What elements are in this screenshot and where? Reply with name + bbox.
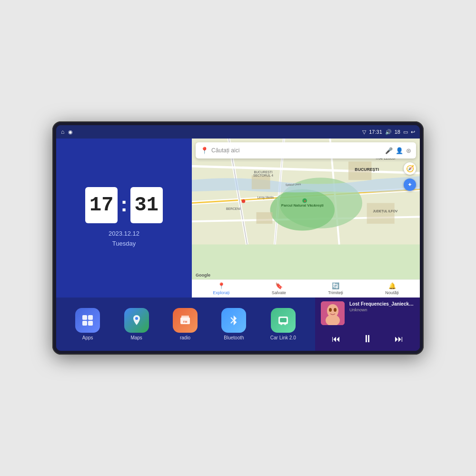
svg-rect-29 xyxy=(88,315,93,320)
main-content: 17 : 31 2023.12.12 Tuesday xyxy=(56,139,420,351)
map-account-icon[interactable]: 👤 xyxy=(396,147,403,154)
app-icon-apps[interactable]: Apps xyxy=(75,308,100,340)
svg-point-44 xyxy=(334,308,337,312)
svg-rect-37 xyxy=(280,318,287,322)
music-info: Lost Frequencies_Janieck Devy-... Unknow… xyxy=(349,301,414,312)
svg-point-27 xyxy=(242,199,246,203)
map-mic-icon[interactable]: 🎤 xyxy=(385,147,393,154)
google-logo: Google xyxy=(196,273,210,278)
svg-text:BUCUREȘTI: BUCUREȘTI xyxy=(355,167,379,172)
music-album-art xyxy=(321,301,345,325)
volume-icon: 🔊 xyxy=(385,129,392,135)
screen: ⌂ ◉ ▽ 17:31 🔊 18 ▭ ↩ 17 : xyxy=(56,125,420,351)
svg-text:Parcul Natural Văcărești: Parcul Natural Văcărești xyxy=(281,203,324,208)
clock-date: 2023.12.12 Tuesday xyxy=(109,229,139,249)
status-right-info: ▽ 17:31 🔊 18 ▭ ↩ xyxy=(362,129,415,135)
maps-status-icon[interactable]: ◉ xyxy=(68,129,73,135)
svg-point-43 xyxy=(329,308,332,312)
signal-icon: ▽ xyxy=(362,129,366,135)
battery-level: 18 xyxy=(395,129,400,135)
send-label: Trimiteți xyxy=(328,290,343,295)
car-head-unit: ⌂ ◉ ▽ 17:31 🔊 18 ▭ ↩ 17 : xyxy=(52,121,424,355)
explore-label: Explorați xyxy=(213,290,229,295)
clock-hours: 17 xyxy=(85,187,118,223)
bottom-section: Apps Maps xyxy=(56,298,420,351)
map-nav-news[interactable]: 🔔 Noutăți xyxy=(385,282,399,295)
saved-label: Salvate xyxy=(272,290,286,295)
svg-rect-30 xyxy=(82,321,87,326)
app-icon-maps[interactable]: Maps xyxy=(124,308,149,340)
top-section: 17 : 31 2023.12.12 Tuesday xyxy=(56,139,420,298)
clock-display: 17 : 31 xyxy=(85,187,163,223)
radio-icon-box: FM xyxy=(173,308,198,333)
carlink-icon-svg xyxy=(277,314,290,327)
music-player-panel: Lost Frequencies_Janieck Devy-... Unknow… xyxy=(315,298,420,351)
svg-text:BERCENI: BERCENI xyxy=(226,207,240,210)
music-top: Lost Frequencies_Janieck Devy-... Unknow… xyxy=(321,301,414,325)
svg-rect-28 xyxy=(82,315,87,320)
svg-text:JUDEȚUL ILFOV: JUDEȚUL ILFOV xyxy=(373,209,398,213)
maps-icon-svg xyxy=(130,314,143,327)
apps-label: Apps xyxy=(82,335,93,340)
saved-icon: 🔖 xyxy=(275,282,283,289)
map-bottom-nav: 📍 Explorați 🔖 Salvate 🔄 Trimiteți � xyxy=(192,279,420,298)
bluetooth-icon-box xyxy=(221,308,246,333)
map-search-pin-icon: 📍 xyxy=(200,147,208,154)
svg-text:SECTORUL 4: SECTORUL 4 xyxy=(253,174,273,177)
map-nav-send[interactable]: 🔄 Trimiteți xyxy=(328,282,343,295)
map-nav-saved[interactable]: 🔖 Salvate xyxy=(272,282,286,295)
battery-icon: ▭ xyxy=(403,129,408,135)
svg-point-39 xyxy=(284,323,286,325)
clock-panel: 17 : 31 2023.12.12 Tuesday xyxy=(56,139,192,298)
svg-rect-12 xyxy=(252,175,270,189)
music-artist: Unknown xyxy=(349,307,414,312)
music-title: Lost Frequencies_Janieck Devy-... xyxy=(349,301,414,307)
home-icon[interactable]: ⌂ xyxy=(61,129,64,135)
maps-label: Maps xyxy=(130,335,142,340)
clock-colon: : xyxy=(120,192,128,216)
album-art-svg xyxy=(321,301,345,325)
back-icon[interactable]: ↩ xyxy=(411,129,415,135)
bluetooth-icon-svg xyxy=(227,314,240,327)
app-icons-area: Apps Maps xyxy=(56,298,315,351)
map-panel[interactable]: Parcul Natural Văcărești BERCENI BUCUREȘ… xyxy=(192,139,420,298)
app-icon-bluetooth[interactable]: Bluetooth xyxy=(221,308,246,340)
svg-rect-13 xyxy=(256,212,272,224)
music-controls: ⏮ ⏸ ⏭ xyxy=(321,331,414,347)
status-bar: ⌂ ◉ ▽ 17:31 🔊 18 ▭ ↩ xyxy=(56,125,420,139)
svg-text:FM: FM xyxy=(183,320,188,323)
svg-text:Leroy Merlin: Leroy Merlin xyxy=(258,196,274,199)
send-icon: 🔄 xyxy=(332,282,339,289)
music-play-pause-button[interactable]: ⏸ xyxy=(358,331,377,347)
carlink-icon-box xyxy=(271,308,296,333)
map-location-button[interactable]: ✦ xyxy=(404,178,416,191)
svg-rect-31 xyxy=(88,321,93,326)
music-next-button[interactable]: ⏭ xyxy=(391,332,407,346)
map-layers-icon[interactable]: ⊛ xyxy=(406,147,411,154)
status-time: 17:31 xyxy=(369,129,382,135)
news-label: Noutăți xyxy=(385,290,399,295)
map-search-placeholder[interactable]: Căutați aici xyxy=(211,147,382,154)
maps-icon-box xyxy=(124,308,149,333)
svg-rect-15 xyxy=(367,203,395,224)
status-left-icons: ⌂ ◉ xyxy=(61,129,73,135)
svg-point-32 xyxy=(135,317,138,320)
svg-point-11 xyxy=(270,189,335,230)
map-compass-button[interactable]: 🧭 xyxy=(404,162,416,175)
app-icon-carlink[interactable]: Car Link 2.0 xyxy=(270,308,296,340)
explore-icon: 📍 xyxy=(218,282,225,289)
apps-grid-icon xyxy=(81,314,94,327)
map-search-bar[interactable]: 📍 Căutați aici 🎤 👤 ⊛ xyxy=(196,142,416,159)
svg-point-38 xyxy=(280,323,282,325)
svg-text:📍: 📍 xyxy=(303,200,307,204)
clock-minutes: 31 xyxy=(130,187,163,223)
bluetooth-label: Bluetooth xyxy=(224,335,244,340)
map-nav-explore[interactable]: 📍 Explorați xyxy=(213,282,229,295)
svg-rect-34 xyxy=(181,316,189,318)
music-prev-button[interactable]: ⏮ xyxy=(328,332,344,346)
radio-icon-svg: FM xyxy=(178,314,192,327)
app-icon-radio[interactable]: FM radio xyxy=(173,308,198,340)
radio-label: radio xyxy=(180,335,190,340)
news-icon: 🔔 xyxy=(388,282,396,289)
apps-icon-box xyxy=(75,308,100,333)
